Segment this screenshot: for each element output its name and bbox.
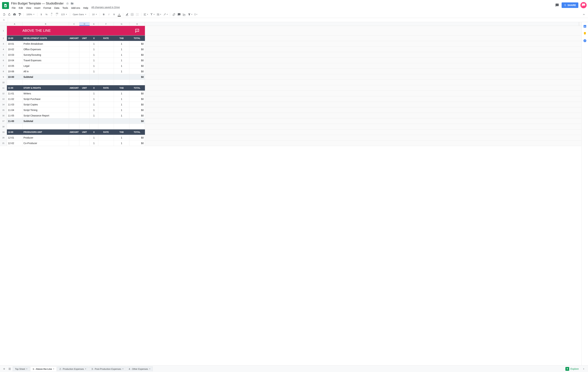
row-header-15[interactable]: 15 [0,107,7,113]
cell-B12[interactable]: Writers [22,91,69,96]
cell-C11[interactable]: AMOUNT [69,85,79,91]
cell-B7[interactable]: Legal [22,63,69,68]
column-header-E[interactable]: E [90,22,98,26]
cell-F2[interactable]: RATE [98,36,114,41]
sheet-tab-2[interactable]: 2 - Production Expenses▼ [57,366,89,371]
cell-D11[interactable]: UNIT [79,85,90,91]
cell-A20[interactable]: 12-01 [7,135,22,140]
cell-F4[interactable] [98,47,114,52]
cell-H15[interactable]: $0 [129,107,145,113]
cell-H10[interactable] [129,80,145,85]
cell-B1[interactable]: ABOVE THE LINE [22,26,69,35]
cell-H18[interactable] [129,124,145,129]
column-header-B[interactable]: B [22,22,69,26]
cell-B17[interactable]: Subtotal [22,118,69,124]
cell-E9[interactable] [90,74,98,80]
cell-F17[interactable] [98,118,114,124]
cell-B14[interactable]: Script Copies [22,102,69,107]
cell-C5[interactable] [69,52,79,57]
column-header-C[interactable]: C [69,22,79,26]
bold-button[interactable]: B [101,12,106,17]
menu-format[interactable]: Format [42,6,52,10]
cell-B15[interactable]: Script Timing [22,107,69,113]
cell-C12[interactable] [69,91,79,96]
cell-H20[interactable]: $0 [129,135,145,140]
cell-D12[interactable] [79,91,90,96]
cell-D17[interactable] [79,118,90,124]
redo-button[interactable] [7,12,12,17]
cell-C13[interactable] [69,96,79,102]
cell-G6[interactable]: 1 [114,58,129,63]
avatar[interactable] [580,2,587,8]
filter-button[interactable]: ▼ [187,12,193,17]
cell-E14[interactable]: 1 [90,102,98,107]
menu-add-ons[interactable]: Add-ons [70,6,82,10]
sheets-logo[interactable] [2,2,9,9]
cell-D3[interactable] [79,41,90,46]
cell-D1[interactable] [79,26,90,35]
cell-B21[interactable]: Co-Producer [22,140,69,146]
cell-D8[interactable] [79,69,90,74]
row-header-9[interactable]: 9 [0,74,7,80]
cell-F9[interactable] [98,74,114,80]
cell-G18[interactable] [114,124,129,129]
cell-F18[interactable] [98,124,114,129]
currency-button[interactable]: $ [39,12,44,17]
cell-C4[interactable] [69,47,79,52]
cell-C21[interactable] [69,140,79,146]
cell-F15[interactable] [98,107,114,113]
percent-button[interactable]: % [44,12,49,17]
cell-C17[interactable] [69,118,79,124]
cell-E8[interactable]: 1 [90,69,98,74]
row-header-17[interactable]: 17 [0,118,7,124]
menu-insert[interactable]: Insert [33,6,42,10]
paint-format-button[interactable] [17,12,22,17]
cell-G10[interactable] [114,80,129,85]
cell-H16[interactable]: $0 [129,113,145,118]
cell-E3[interactable]: 1 [90,41,98,46]
wrap-button[interactable]: ▼ [156,12,162,17]
decrease-decimal-button[interactable]: .0← [49,12,54,17]
cell-G20[interactable]: 1 [114,135,129,140]
column-header-D[interactable]: D [79,22,90,26]
cell-D13[interactable] [79,96,90,102]
row-header-10[interactable]: 10 [0,80,7,85]
row-header-13[interactable]: 13 [0,96,7,102]
cell-G1[interactable] [114,26,129,35]
menu-tools[interactable]: Tools [61,6,70,10]
cell-H14[interactable]: $0 [129,102,145,107]
cell-A9[interactable]: 10-00 [7,74,22,80]
cell-E4[interactable]: 1 [90,47,98,52]
strikethrough-button[interactable]: S [112,12,116,17]
cell-F19[interactable]: RATE [98,129,114,135]
cell-D2[interactable]: UNIT [79,36,90,41]
cell-G4[interactable]: 1 [114,47,129,52]
collapse-toolbar-button[interactable] [581,12,586,17]
cell-F16[interactable] [98,113,114,118]
cell-A2[interactable]: 10-00 [7,36,22,41]
menu-data[interactable]: Data [53,6,61,10]
calendar-icon[interactable]: 31 [583,24,587,28]
cell-H13[interactable]: $0 [129,96,145,102]
cell-E21[interactable]: 1 [90,140,98,146]
print-button[interactable] [12,12,17,17]
cell-A18[interactable] [7,124,22,129]
cell-A15[interactable]: 11-04 [7,107,22,113]
comment-button[interactable] [177,12,181,17]
cell-A13[interactable]: 11-02 [7,96,22,102]
row-header-21[interactable]: 21 [0,140,7,146]
row-header-4[interactable]: 4 [0,47,7,52]
row-header-2[interactable]: 2 [0,36,7,41]
cell-F20[interactable] [98,135,114,140]
cell-F7[interactable] [98,63,114,68]
cell-C9[interactable] [69,74,79,80]
cell-F6[interactable] [98,58,114,63]
all-sheets-button[interactable] [7,366,12,371]
cell-C19[interactable]: AMOUNT [69,129,79,135]
sheet-tab-1[interactable]: 1 - Above the Line▼ [30,366,56,371]
cell-H19[interactable]: TOTAL [129,129,145,135]
rotate-button[interactable]: ▼ [162,12,168,17]
cell-G8[interactable]: 1 [114,69,129,74]
row-header-20[interactable]: 20 [0,135,7,140]
cell-E6[interactable]: 1 [90,58,98,63]
